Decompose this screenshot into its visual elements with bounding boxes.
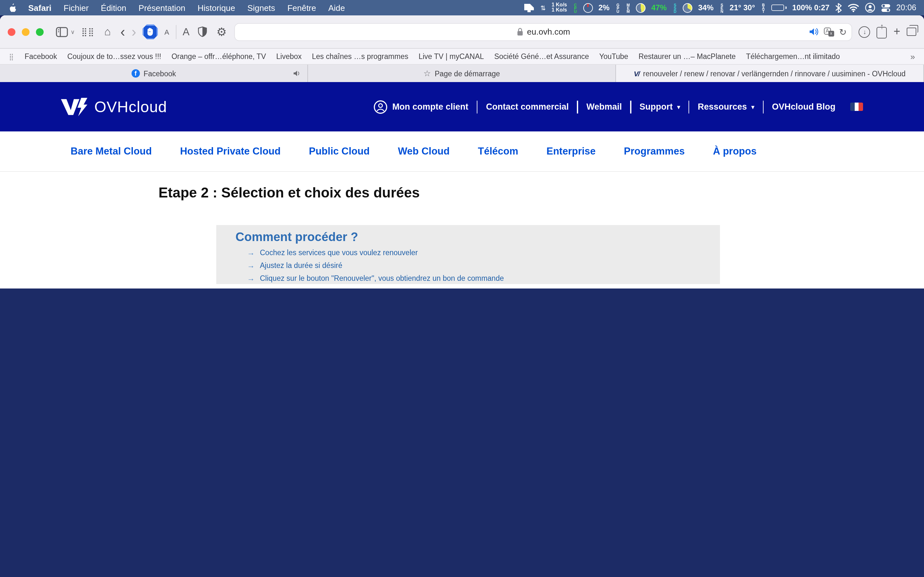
mem-pie-icon[interactable] [636,3,646,13]
nav-a-propos[interactable]: À propos [713,145,756,157]
bookmark-youtube[interactable]: YouTube [599,53,628,60]
lock-icon [517,27,524,36]
network-arrows-icon[interactable]: ⇅ [540,5,546,11]
facebook-favicon: f [131,69,140,77]
tab-ovh-title: renouveler / renew / renovar / verlänger… [643,69,905,77]
bookmark-mycanal[interactable]: Live TV | myCANAL [419,53,484,60]
cpu-gauge-icon[interactable] [583,3,593,13]
content-blocker-hand-icon[interactable] [143,24,158,39]
ssd-percent: 34% [698,3,714,12]
apple-menu-icon[interactable] [8,3,16,13]
nav-hosted-private[interactable]: Hosted Private Cloud [180,145,281,157]
favorites-grid-icon[interactable]: ⣿ [9,53,15,60]
zoom-window-button[interactable] [36,28,44,35]
bookmarks-bar: ⣿ Facebook Coujoux de to…ssez vous !!! O… [0,49,924,65]
bookmark-livebox[interactable]: Livebox [276,53,302,60]
close-window-button[interactable] [8,28,15,35]
webmail-link[interactable]: Webmail [578,102,630,111]
bookmark-orange[interactable]: Orange – offr…éléphone, TV [171,53,266,60]
tab-groups-grid-icon[interactable]: ⣿⣿ [81,27,95,37]
minimize-window-button[interactable] [22,28,29,35]
translate-icon[interactable]: A x [824,27,834,36]
bluetooth-icon[interactable] [835,3,842,13]
tab-facebook[interactable]: f Facebook [0,65,308,82]
menu-aide[interactable]: Aide [328,3,345,13]
page-content: Etape 2 : Sélection et choix des durées … [0,172,924,288]
tab-start-page-title: Page de démarrage [435,69,500,77]
account-link[interactable]: Mon compte client [365,100,477,114]
temperature-value: 21° 30° [730,3,755,12]
mem-label: MEM [626,3,630,13]
privacy-shield-icon[interactable] [196,24,209,39]
tab-start-page[interactable]: ☆ Page de démarrage [308,65,616,82]
ovh-logo[interactable]: OVHcloud [61,97,167,116]
menu-signets[interactable]: Signets [247,3,275,13]
wifi-icon[interactable] [847,3,859,12]
chevron-down-icon: ▾ [751,103,754,110]
ressources-menu[interactable]: Ressources▾ [690,102,762,111]
menubar-clock[interactable]: 20:06 [896,3,916,12]
tab-ovh-renew[interactable]: V/ renouveler / renew / renovar / verlän… [616,65,924,82]
bookmark-societe-generale[interactable]: Société Géné…et Assurance [494,53,589,60]
nav-programmes[interactable]: Programmes [624,145,685,157]
menu-historique[interactable]: Historique [198,3,235,13]
sidebar-icon[interactable] [55,24,68,39]
mem-percent: 47% [651,3,667,12]
forward-button[interactable]: › [132,25,136,38]
ovh-favicon: V/ [634,69,639,77]
toolbar-divider [176,25,176,39]
sidebar-chevron-icon[interactable]: ∨ [71,29,75,35]
bookmarks-overflow-chevron[interactable]: » [911,52,915,61]
settings-gear-icon[interactable]: ⚙ [215,24,228,39]
cpu-percent: 2% [598,3,610,12]
nav-enterprise[interactable]: Enterprise [546,145,596,157]
decrease-text-size-button[interactable]: A [165,28,170,35]
bookmark-macplanete[interactable]: Restaurer un …– MacPlanete [638,53,736,60]
howto-title: Comment procéder ? [236,230,720,244]
menu-presentation[interactable]: Présentation [139,3,186,13]
bookmark-facebook[interactable]: Facebook [25,53,57,60]
contact-link[interactable]: Contact commercial [478,102,577,111]
home-icon[interactable]: ⌂ [101,24,114,39]
macos-menubar: Safari Fichier Édition Présentation Hist… [0,0,924,15]
bookmark-coujoux[interactable]: Coujoux de to…ssez vous !!! [67,53,162,60]
battery-value: 100% 0:27 [792,3,829,12]
ssd-pie-icon[interactable] [683,3,692,13]
support-menu[interactable]: Support▾ [631,102,688,111]
audio-speaker-icon[interactable] [809,27,819,36]
chevron-down-icon: ▾ [677,103,680,110]
tab-overview-icon[interactable] [907,27,916,36]
bookmark-chaines[interactable]: Les chaînes …s programmes [312,53,408,60]
reload-icon[interactable]: ↻ [839,27,846,37]
screen-mirroring-icon[interactable] [523,3,535,12]
ovh-site-header: OVHcloud Mon compte client Contact comme… [0,82,924,131]
menu-edition[interactable]: Édition [101,3,126,13]
menu-fenetre[interactable]: Fenêtre [288,3,317,13]
ovh-logo-mark [61,97,89,116]
back-button[interactable]: ‹ [120,25,125,38]
arrow-icon: → [247,274,255,283]
nav-web-cloud[interactable]: Web Cloud [398,145,449,157]
battery-icon[interactable] [771,5,787,11]
nav-public-cloud[interactable]: Public Cloud [309,145,370,157]
tab-bar: f Facebook ☆ Page de démarrage V/ renouv… [0,65,924,82]
control-center-icon[interactable] [881,3,890,13]
nav-bare-metal[interactable]: Bare Metal Cloud [71,145,152,157]
bookmark-telechargement[interactable]: Téléchargemen…nt ilimitado [746,53,840,60]
howto-step: →Cochez les services que vous voulez ren… [236,248,720,257]
downloads-icon[interactable]: ↓ [859,26,871,37]
french-flag-icon[interactable] [850,103,863,111]
menu-fichier[interactable]: Fichier [63,3,89,13]
network-speed[interactable]: 1 Ko/s1 Ko/s [551,2,567,13]
share-icon[interactable] [877,27,887,39]
tab-audio-icon[interactable] [293,70,301,77]
user-account-icon[interactable] [865,3,875,13]
blog-link[interactable]: OVHcloud Blog [764,102,844,111]
menubar-app-name[interactable]: Safari [28,3,51,13]
safari-window: ∨ ⣿⣿ ⌂ ‹ › A A ⚙ eu.ovh.com [0,15,924,288]
screen: Safari Fichier Édition Présentation Hist… [0,0,924,288]
increase-text-size-button[interactable]: A [183,26,189,37]
url-field[interactable]: eu.ovh.com A x ↻ [234,23,853,41]
new-tab-button[interactable]: + [893,25,900,39]
nav-telecom[interactable]: Télécom [478,145,518,157]
